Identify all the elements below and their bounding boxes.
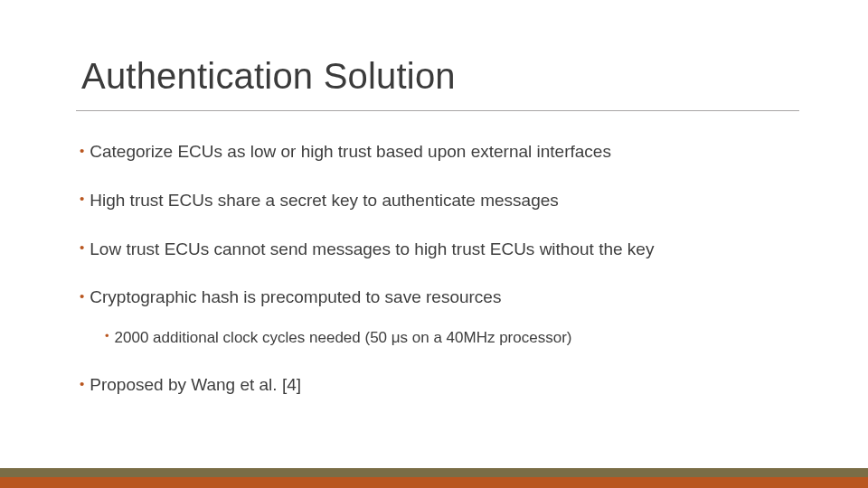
bullet-icon: • — [80, 239, 84, 257]
bullet-item: •Low trust ECUs cannot send messages to … — [80, 239, 803, 260]
slide: Authentication Solution •Categorize ECUs… — [0, 0, 868, 488]
bullet-text: Cryptographic hash is precomputed to sav… — [90, 287, 501, 306]
bullet-text: Categorize ECUs as low or high trust bas… — [90, 142, 611, 161]
bullet-icon: • — [80, 191, 84, 208]
bullet-icon: • — [80, 376, 84, 393]
bullet-item: •Categorize ECUs as low or high trust ba… — [80, 141, 803, 163]
bullet-icon: • — [105, 329, 109, 343]
slide-body: •Categorize ECUs as low or high trust ba… — [80, 141, 803, 396]
bullet-text: Proposed by Wang et al. [4] — [90, 375, 301, 394]
bullet-item: •Cryptographic hash is precomputed to sa… — [80, 286, 803, 308]
bullet-text: Low trust ECUs cannot send messages to h… — [90, 239, 654, 258]
sub-bullet-item: •2000 additional clock cycles needed (50… — [105, 328, 803, 347]
sub-bullet-text: 2000 additional clock cycles needed (50 … — [115, 329, 572, 346]
bullet-item: •Proposed by Wang et al. [4] — [80, 374, 803, 396]
footer-stripe-top — [0, 468, 868, 477]
slide-title: Authentication Solution — [81, 56, 456, 97]
bullet-icon: • — [80, 288, 84, 305]
bullet-item: •High trust ECUs share a secret key to a… — [80, 190, 803, 211]
bullet-text: High trust ECUs share a secret key to au… — [90, 191, 559, 210]
footer-stripe-bottom — [0, 477, 868, 488]
bullet-icon: • — [80, 143, 84, 160]
footer-bar — [0, 468, 868, 488]
title-underline — [76, 110, 799, 111]
